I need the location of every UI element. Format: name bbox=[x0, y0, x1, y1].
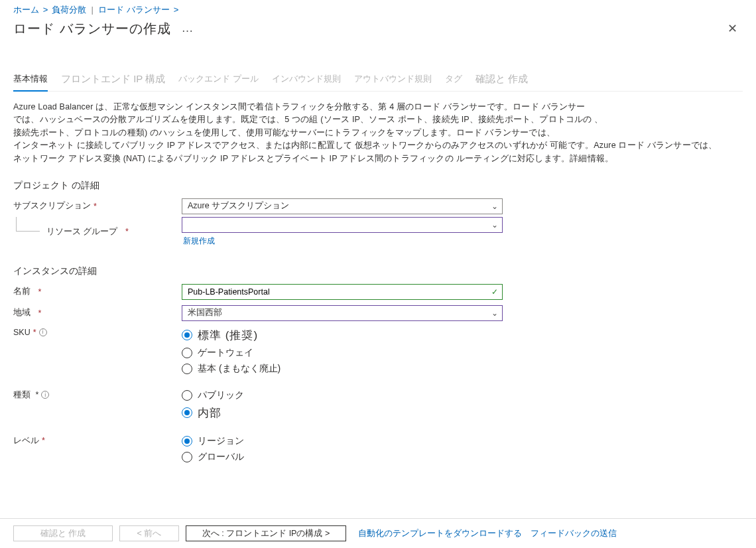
label-sku: SKU* i bbox=[13, 326, 182, 337]
type-option-public[interactable]: パブリック bbox=[182, 389, 503, 401]
sku-option-basic[interactable]: 基本 (まもなく廃止) bbox=[182, 363, 503, 375]
tab-backend[interactable]: バックエンド プール bbox=[178, 69, 259, 91]
tab-outbound[interactable]: アウトバウンド規則 bbox=[354, 69, 432, 91]
sku-gateway-label: ゲートウェイ bbox=[198, 347, 253, 359]
label-name: 名前 * bbox=[13, 286, 182, 297]
sku-option-standard[interactable]: 標準 (推奨) bbox=[182, 328, 503, 343]
sku-radio-group: 標準 (推奨) ゲートウェイ 基本 (まもなく廃止) bbox=[182, 326, 503, 375]
more-icon[interactable]: … bbox=[182, 21, 194, 35]
tier-region-label: リージョン bbox=[198, 435, 244, 447]
chevron-down-icon: ⌄ bbox=[491, 308, 498, 318]
divider-icon: | bbox=[88, 5, 95, 15]
description-text: Azure Load Balancer は、正常な仮想マシン インスタンス間で着… bbox=[13, 101, 736, 165]
radio-selected-icon bbox=[182, 436, 192, 446]
tier-option-global[interactable]: グローバル bbox=[182, 451, 503, 463]
type-option-internal[interactable]: 内部 bbox=[182, 405, 503, 421]
tier-global-label: グローバル bbox=[198, 451, 244, 463]
tab-tags[interactable]: タグ bbox=[445, 69, 462, 91]
section-project-details: プロジェクト の詳細 bbox=[13, 180, 743, 192]
chevron-down-icon: ⌄ bbox=[491, 220, 498, 230]
region-value: 米国西部 bbox=[188, 307, 222, 318]
info-icon[interactable]: i bbox=[39, 328, 47, 336]
download-automation-template-link[interactable]: 自動化のテンプレートをダウンロードする bbox=[358, 529, 522, 538]
tabs: 基本情報 フロントエンド IP 構成 バックエンド プール インバウンド規則 ア… bbox=[13, 69, 743, 92]
sku-option-gateway[interactable]: ゲートウェイ bbox=[182, 347, 503, 359]
tier-option-region[interactable]: リージョン bbox=[182, 435, 503, 447]
name-input-wrapper: ✓ bbox=[182, 284, 503, 300]
info-icon[interactable]: i bbox=[41, 391, 49, 399]
create-new-link[interactable]: 新規作成 bbox=[183, 236, 215, 247]
type-radio-group: パブリック 内部 bbox=[182, 388, 503, 421]
sku-standard-label: 標準 (推奨) bbox=[198, 328, 258, 343]
label-tier: レベル* bbox=[13, 434, 182, 446]
tab-review[interactable]: 確認と 作成 bbox=[475, 69, 528, 91]
footer-bar: 確認と 作成 < 前へ 次へ : フロントエンド IPの構成 > 自動化のテンプ… bbox=[0, 518, 756, 548]
radio-icon bbox=[182, 348, 192, 358]
breadcrumb-lb[interactable]: ロード バランサー bbox=[98, 5, 170, 15]
sku-basic-label: 基本 (まもなく廃止) bbox=[198, 363, 281, 375]
label-region: 地域 * bbox=[13, 307, 182, 318]
section-instance-details: インスタンスの詳細 bbox=[13, 265, 743, 277]
tab-basic[interactable]: 基本情報 bbox=[13, 69, 48, 92]
type-internal-label: 内部 bbox=[198, 405, 221, 421]
radio-selected-icon bbox=[182, 330, 192, 340]
breadcrumb: ホーム > 負荷分散 | ロード バランサー > bbox=[0, 0, 756, 17]
previous-button: < 前へ bbox=[119, 525, 179, 541]
radio-icon bbox=[182, 452, 192, 462]
type-public-label: パブリック bbox=[198, 389, 244, 401]
name-input[interactable] bbox=[188, 285, 485, 299]
check-icon: ✓ bbox=[491, 287, 498, 297]
tier-radio-group: リージョン グローバル bbox=[182, 434, 503, 463]
radio-icon bbox=[182, 364, 192, 374]
resource-group-dropdown[interactable]: ⌄ bbox=[182, 217, 503, 233]
next-button[interactable]: 次へ : フロントエンド IPの構成 > bbox=[186, 525, 346, 541]
chevron-down-icon: ⌄ bbox=[491, 202, 498, 211]
page-title: ロード バランサーの作成 bbox=[13, 20, 171, 38]
subscription-dropdown[interactable]: Azure サブスクリプション ⌄ bbox=[182, 198, 503, 214]
chevron-right-icon: > bbox=[172, 5, 180, 15]
label-subscription: サブスクリプション* bbox=[13, 200, 182, 212]
breadcrumb-home[interactable]: ホーム bbox=[13, 5, 39, 15]
radio-icon bbox=[182, 390, 192, 401]
tree-connector-icon bbox=[16, 217, 40, 232]
send-feedback-link[interactable]: フィードバックの送信 bbox=[531, 529, 617, 538]
label-resource-group: リソース グループ * bbox=[13, 226, 182, 238]
chevron-right-icon: > bbox=[42, 5, 50, 15]
tab-inbound[interactable]: インバウンド規則 bbox=[272, 69, 341, 91]
radio-selected-icon bbox=[182, 407, 192, 418]
tab-frontend[interactable]: フロントエンド IP 構成 bbox=[61, 69, 165, 91]
region-dropdown[interactable]: 米国西部 ⌄ bbox=[182, 305, 503, 321]
label-type: 種類 * i bbox=[13, 388, 182, 401]
breadcrumb-lb-hub[interactable]: 負荷分散 bbox=[52, 5, 86, 15]
subscription-value: Azure サブスクリプション bbox=[188, 200, 289, 212]
review-create-button: 確認と 作成 bbox=[13, 525, 113, 541]
close-icon[interactable]: ✕ bbox=[722, 19, 743, 38]
